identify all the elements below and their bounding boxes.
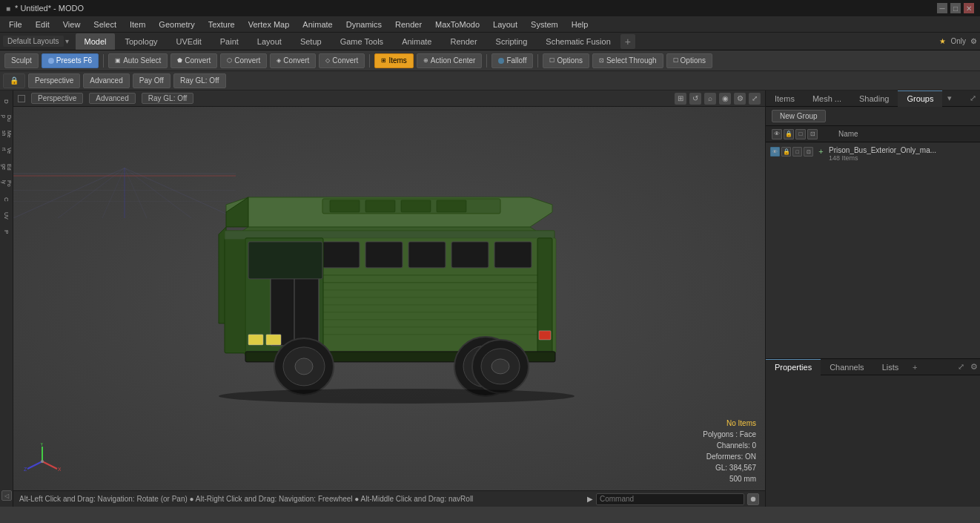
menu-maxtomodo[interactable]: MaxToModo: [429, 19, 486, 30]
command-input[interactable]: [596, 493, 744, 505]
menu-vertex-map[interactable]: Vertex Map: [242, 19, 296, 30]
maximize-button[interactable]: □: [950, 3, 961, 13]
br-gear-icon[interactable]: ⚙: [968, 361, 980, 373]
items-button[interactable]: ⊞ Items: [374, 53, 413, 68]
add-tab-button[interactable]: +: [620, 34, 635, 49]
menu-layout[interactable]: Layout: [487, 19, 523, 30]
lists-tab[interactable]: Lists: [873, 359, 908, 375]
br-add-tab-button[interactable]: +: [907, 360, 922, 375]
advanced-view-btn[interactable]: Advanced: [89, 93, 135, 104]
menu-file[interactable]: File: [3, 19, 28, 30]
tab-schematic[interactable]: Schematic Fusion: [537, 33, 619, 50]
tab-items[interactable]: Items: [766, 91, 804, 107]
vp-icon-expand[interactable]: ⤢: [749, 93, 761, 105]
channels-tab[interactable]: Channels: [821, 359, 873, 375]
sculpt-button[interactable]: Sculpt: [4, 53, 39, 68]
left-tool-d[interactable]: D: [1, 93, 13, 110]
tab-render[interactable]: Render: [441, 33, 486, 50]
svg-rect-34: [248, 241, 322, 278]
left-tool-dup[interactable]: Dup: [1, 110, 13, 126]
group-eye-icon[interactable]: 👁: [770, 147, 780, 157]
menu-texture[interactable]: Texture: [202, 19, 241, 30]
advanced-button[interactable]: Advanced: [83, 73, 129, 88]
tab-dropdown-btn[interactable]: ▾: [942, 91, 957, 106]
options-button-2[interactable]: ☐ Options: [666, 53, 712, 68]
menu-dynamics[interactable]: Dynamics: [340, 19, 388, 30]
minimize-button[interactable]: ─: [937, 3, 947, 13]
tab-topology[interactable]: Topology: [116, 33, 166, 50]
layout-selector[interactable]: Default Layouts: [3, 36, 64, 47]
viewport-toggle[interactable]: [18, 95, 25, 102]
menu-animate[interactable]: Animate: [297, 19, 338, 30]
group-lock-icon[interactable]: 🔒: [781, 147, 791, 157]
convert-button-3[interactable]: ◈ Convert: [270, 53, 316, 68]
left-tool-mesh[interactable]: Mesh: [1, 126, 13, 142]
properties-tab[interactable]: Properties: [766, 359, 821, 375]
left-tool-uv[interactable]: UV: [1, 208, 13, 224]
tab-game-tools[interactable]: Game Tools: [331, 33, 393, 50]
falloff-button[interactable]: Falloff: [491, 53, 533, 68]
left-tool-vert[interactable]: Vert: [1, 142, 13, 159]
br-expand-icon[interactable]: ⤢: [955, 361, 967, 373]
vp-icon-search[interactable]: ⌕: [704, 93, 716, 105]
menu-system[interactable]: System: [525, 19, 564, 30]
ray-gl-button[interactable]: Ray GL: Off: [173, 73, 226, 88]
presets-button[interactable]: Presets F6: [42, 53, 99, 68]
group-box2-icon[interactable]: ⊡: [804, 147, 813, 157]
tab-animate[interactable]: Animate: [393, 33, 440, 50]
menu-select[interactable]: Select: [87, 19, 122, 30]
menu-render[interactable]: Render: [389, 19, 428, 30]
menu-geometry[interactable]: Geometry: [153, 19, 200, 30]
options-check-2: ☐: [673, 57, 678, 64]
vp-icon-grid[interactable]: ⊞: [675, 93, 686, 105]
vp-icon-camera[interactable]: ◉: [719, 93, 731, 105]
viewport-canvas[interactable]: X Y Z No Items Polygons : Face Channels:…: [13, 107, 765, 490]
tab-shading[interactable]: Shading: [850, 91, 898, 107]
list-item[interactable]: 👁 🔒 □ ⊡ + Prison_Bus_Exterior_Only_ma...…: [766, 144, 980, 164]
pay-off-button[interactable]: Pay Off: [133, 73, 170, 88]
left-tool-c[interactable]: C: [1, 191, 13, 208]
tab-expand-btn[interactable]: ⤢: [965, 91, 980, 106]
command-submit-button[interactable]: ⏺: [747, 493, 759, 505]
left-tool-poly[interactable]: Poly: [1, 175, 13, 191]
perspective-view-btn[interactable]: Perspective: [31, 93, 83, 104]
tab-setup[interactable]: Setup: [291, 33, 331, 50]
tab-scripting[interactable]: Scripting: [487, 33, 537, 50]
tab-paint[interactable]: Paint: [211, 33, 248, 50]
tab-uvedit[interactable]: UVEdit: [168, 33, 211, 50]
action-center-button[interactable]: ⊕ Action Center: [417, 53, 483, 68]
tab-model[interactable]: Model: [76, 33, 116, 50]
tab-groups[interactable]: Groups: [898, 91, 942, 107]
right-panel: Items Mesh ... Shading Groups ▾ ⤢ New Gr…: [765, 91, 980, 507]
close-button[interactable]: ✕: [964, 3, 974, 13]
gear-icon[interactable]: ⚙: [970, 37, 977, 45]
sidebar-collapse-button[interactable]: ◁: [1, 490, 12, 501]
main-area: D Dup Mesh Vert Edge Poly C UV P ◁ Persp…: [0, 91, 980, 507]
vp-icon-settings[interactable]: ⚙: [734, 93, 746, 105]
convert-button-1[interactable]: ⬟ Convert: [170, 53, 217, 68]
left-tool-p[interactable]: P: [1, 224, 13, 240]
auto-select-button[interactable]: ▣ Auto Select: [108, 53, 168, 68]
titlebar-title: * Untitled* - MODO: [15, 4, 84, 13]
convert-button-2[interactable]: ⬡ Convert: [220, 53, 267, 68]
menu-item[interactable]: Item: [124, 19, 151, 30]
menu-view[interactable]: View: [57, 19, 87, 30]
options-button-1[interactable]: ☐ Options: [543, 53, 589, 68]
view-lock-button[interactable]: 🔒: [3, 73, 25, 88]
vp-icon-rotate[interactable]: ↺: [689, 93, 701, 105]
name-column-header: Name: [824, 130, 974, 138]
tab-layout[interactable]: Layout: [248, 33, 291, 50]
ray-gl-view-btn[interactable]: Ray GL: Off: [142, 93, 194, 104]
layout-selector-chevron[interactable]: ▾: [65, 37, 69, 45]
select-through-button[interactable]: ⊡ Select Through: [592, 53, 663, 68]
perspective-button[interactable]: Perspective: [28, 73, 80, 88]
menu-help[interactable]: Help: [566, 19, 595, 30]
left-tool-edge[interactable]: Edge: [1, 159, 13, 175]
new-group-button[interactable]: New Group: [772, 110, 826, 122]
radio-icon: [48, 58, 54, 64]
group-add-icon[interactable]: +: [816, 146, 826, 156]
group-box1-icon[interactable]: □: [792, 147, 802, 157]
tab-mesh[interactable]: Mesh ...: [804, 91, 850, 107]
menu-edit[interactable]: Edit: [30, 19, 56, 30]
convert-button-4[interactable]: ◇ Convert: [319, 53, 365, 68]
